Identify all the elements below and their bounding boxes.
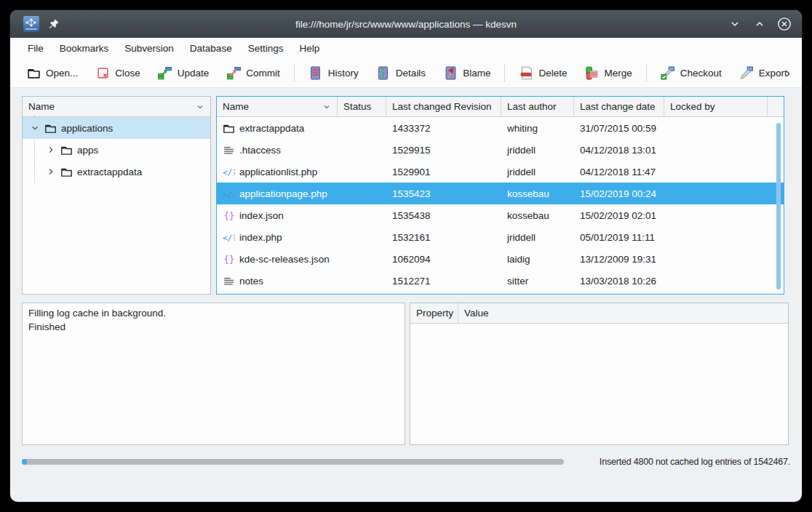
- toolbar-separator: [504, 63, 505, 82]
- menu-file[interactable]: File: [20, 40, 51, 57]
- file-row-applicationpage.php[interactable]: </?applicationpage.php1535423kossebau15/…: [217, 183, 784, 204]
- menu-bookmarks[interactable]: Bookmarks: [52, 40, 116, 57]
- chevron-down-icon[interactable]: [30, 123, 40, 133]
- file-row-.htaccess[interactable]: .htaccess1529915jriddell04/12/2018 13:01: [217, 139, 784, 161]
- toolbar-separator: [294, 63, 295, 82]
- file-row-index.json[interactable]: {}index.json1535438kossebau15/02/2019 02…: [217, 204, 784, 226]
- column-header-name[interactable]: Name: [217, 97, 338, 116]
- column-header-date[interactable]: Last change date: [574, 97, 664, 116]
- titlebar[interactable]: file:///home/jr/src/www/www/applications…: [10, 10, 802, 38]
- cell-name: {}index.json: [217, 209, 338, 222]
- cell-date: 15/02/2019 00:24: [574, 188, 664, 199]
- tree-item-label: extractappdata: [77, 167, 142, 177]
- toolbar-button-details[interactable]: Details: [370, 62, 432, 84]
- tree-item-applications[interactable]: applications: [23, 117, 210, 139]
- log-output-panel[interactable]: Filling log cache in background. Finishe…: [22, 303, 405, 445]
- column-header-value[interactable]: Value: [458, 303, 788, 323]
- menu-settings[interactable]: Settings: [241, 40, 291, 57]
- column-header-revision[interactable]: Last changed Revision: [386, 97, 501, 116]
- maximize-button[interactable]: [752, 17, 767, 31]
- cell-author: sitter: [501, 276, 574, 287]
- tree-item-label: apps: [77, 145, 98, 156]
- file-row-kde-sc-releases.json[interactable]: {}kde-sc-releases.json1062094laidig13/12…: [217, 248, 784, 270]
- properties-header: Property Value: [410, 303, 788, 324]
- cell-date: 13/12/2009 19:31: [574, 254, 664, 265]
- toolbar-button-delete[interactable]: Delete: [512, 62, 573, 84]
- toolbar-button-label: Blame: [463, 68, 490, 79]
- menu-help[interactable]: Help: [292, 40, 327, 57]
- cell-revision: 1532161: [386, 232, 501, 243]
- cell-name: </?applicationpage.php: [217, 188, 338, 200]
- toolbar-button-blame[interactable]: Blame: [437, 62, 497, 84]
- tree-item-extractappdata[interactable]: extractappdata: [23, 161, 210, 183]
- cell-author: kossebau: [501, 210, 574, 221]
- progress-chunk: [22, 459, 27, 465]
- details-icon: [376, 65, 391, 80]
- cell-revision: 1529901: [386, 167, 501, 177]
- tree-item-label: applications: [61, 123, 113, 134]
- chevron-right-icon[interactable]: [46, 145, 56, 155]
- toolbar-button-label: Close: [115, 68, 140, 79]
- history-icon: [309, 65, 323, 80]
- toolbar-button-close-doc[interactable]: Close: [89, 62, 147, 84]
- toolbar-button-update[interactable]: Update: [151, 62, 216, 84]
- php-file-icon: </?: [223, 231, 235, 244]
- column-header-property[interactable]: Property: [410, 303, 458, 323]
- cell-name: .htaccess: [217, 144, 338, 156]
- menubar: FileBookmarksSubversionDatabaseSettingsH…: [10, 38, 802, 58]
- toolbar-button-checkout[interactable]: Checkout: [654, 62, 728, 84]
- cell-author: laidig: [501, 254, 574, 265]
- status-message: Inserted 4800 not cached log entries of …: [600, 457, 790, 467]
- cell-name: </?applicationlist.php: [217, 166, 338, 178]
- folder-icon: [60, 144, 73, 156]
- file-table-header: Name Status Last changed Revision Last a…: [217, 97, 784, 117]
- minimize-button[interactable]: [728, 17, 742, 31]
- pin-icon[interactable]: [48, 18, 60, 30]
- file-row-applicationlist.php[interactable]: </?applicationlist.php1529901jriddell04/…: [217, 161, 784, 183]
- export-icon: [739, 65, 754, 80]
- window-controls: [728, 17, 792, 31]
- chevron-right-icon[interactable]: [46, 167, 56, 177]
- folder-icon: [44, 122, 57, 135]
- toolbar-overflow-button[interactable]: ›: [786, 58, 790, 87]
- tree-header-label: Name: [28, 101, 55, 112]
- file-row-notes[interactable]: notes1512271sitter13/03/2018 10:26: [217, 270, 784, 292]
- toolbar-button-commit[interactable]: Commit: [220, 62, 287, 84]
- toolbar-items: Open...CloseUpdateCommitHistoryDetailsBl…: [17, 62, 796, 84]
- cell-author: jriddell: [501, 167, 574, 177]
- file-row-extractappdata[interactable]: extractappdata1433372whiting31/07/2015 0…: [217, 117, 784, 139]
- column-header-status[interactable]: Status: [338, 97, 386, 116]
- vertical-scrollbar[interactable]: [776, 123, 781, 289]
- cell-date: 05/01/2019 11:11: [574, 232, 664, 243]
- cell-revision: 1529915: [386, 145, 501, 156]
- blame-icon: [443, 65, 458, 80]
- cell-author: kossebau: [501, 188, 574, 199]
- column-header-locked[interactable]: Locked by: [664, 97, 768, 116]
- file-list-panel: Name Status Last changed Revision Last a…: [216, 96, 784, 295]
- cell-author: jriddell: [501, 232, 574, 243]
- menu-database[interactable]: Database: [183, 40, 239, 57]
- tree-header[interactable]: Name: [23, 97, 210, 117]
- cell-date: 15/02/2019 02:01: [574, 210, 664, 221]
- statusbar: Inserted 4800 not cached log entries of …: [22, 455, 790, 468]
- folder-icon: [60, 166, 73, 178]
- column-header-author[interactable]: Last author: [501, 97, 574, 116]
- file-table-body: extractappdata1433372whiting31/07/2015 0…: [217, 117, 784, 292]
- cell-date: 04/12/2018 11:47: [574, 167, 664, 177]
- toolbar-button-folder-open[interactable]: Open...: [20, 62, 84, 84]
- close-button[interactable]: [777, 17, 792, 31]
- svg-text:</?: </?: [223, 233, 235, 242]
- toolbar-button-label: Delete: [538, 68, 567, 79]
- toolbar-button-history[interactable]: History: [302, 62, 365, 84]
- merge-icon: [584, 65, 599, 80]
- svg-text:</?: </?: [223, 167, 235, 177]
- tree-item-apps[interactable]: apps: [23, 139, 210, 161]
- cell-author: whiting: [501, 123, 574, 134]
- svg-text:{}: {}: [224, 255, 235, 265]
- toolbar-button-merge[interactable]: Merge: [578, 62, 638, 84]
- menu-subversion[interactable]: Subversion: [117, 40, 181, 57]
- file-row-index.php[interactable]: </?index.php1532161jriddell05/01/2019 11…: [217, 226, 784, 248]
- repository-tree-panel: Name applicationsappsextractappdata: [22, 96, 211, 295]
- cell-revision: 1535438: [386, 210, 501, 221]
- toolbar-button-export[interactable]: Export: [733, 62, 794, 84]
